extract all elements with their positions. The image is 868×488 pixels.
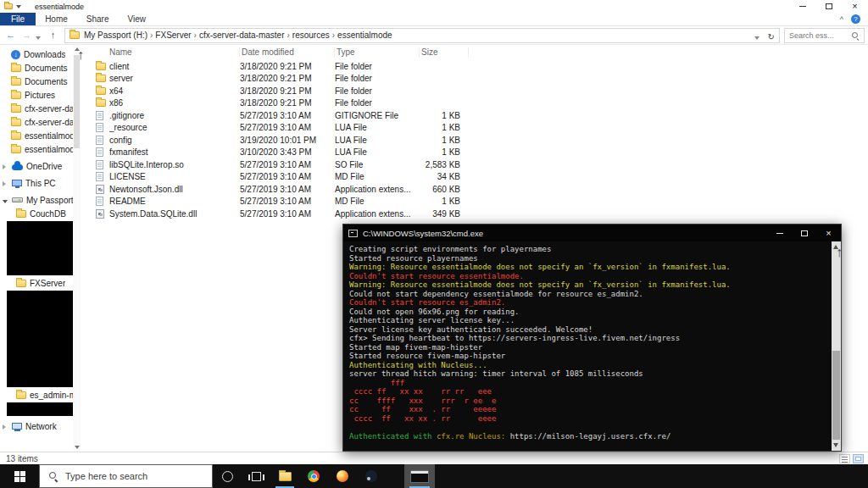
sidebar-item-es-admin-mas[interactable]: es_admin-mas...: [0, 388, 81, 402]
sidebar-item-this-pc[interactable]: This PC: [0, 176, 81, 190]
breadcrumb-item[interactable]: FXServer: [153, 30, 193, 40]
console-text: Couldn't start resource es_admin2.: [349, 298, 505, 307]
cmd-title: C:\WINDOWS\system32\cmd.exe: [363, 229, 483, 238]
file-row[interactable]: _resource5/27/2019 3:10 AMLUA File1 KB: [96, 122, 868, 135]
column-header-name[interactable]: Name: [96, 47, 240, 58]
file-row[interactable]: LICENSE5/27/2019 3:10 AMMD File34 KB: [96, 171, 868, 184]
file-row[interactable]: x863/18/2020 9:21 PMFile folder: [96, 97, 868, 110]
refresh-icon[interactable]: [768, 28, 775, 43]
file-row[interactable]: Newtonsoft.Json.dll5/27/2019 3:10 AMAppl…: [96, 183, 868, 196]
cmd-taskbar-button[interactable]: [404, 464, 435, 488]
folder-icon: [96, 87, 106, 95]
file-size: 349 KB: [420, 209, 469, 219]
sidebar-item-onedrive[interactable]: OneDrive: [0, 159, 81, 173]
file-name: _resource: [109, 123, 240, 132]
sidebar-item-pictures[interactable]: Pictures: [0, 88, 81, 102]
breadcrumb-item[interactable]: My Passport (H:): [81, 30, 150, 40]
cmd-maximize-button[interactable]: [792, 225, 816, 241]
column-header-date[interactable]: Date modified: [240, 47, 335, 58]
sidebar-item-network[interactable]: Network: [0, 419, 81, 433]
redacted-block: [7, 291, 74, 387]
file-icon: [96, 136, 103, 145]
ribbon-tab-file[interactable]: File: [0, 13, 36, 25]
sidebar-item-documents[interactable]: Documents: [0, 61, 81, 75]
breadcrumb-item[interactable]: essentialmode: [335, 30, 394, 40]
thumbnail-view-icon[interactable]: [853, 454, 864, 463]
sidebar-item-cfx-server-dat[interactable]: cfx-server-dat...: [0, 102, 81, 115]
firefox-taskbar-button[interactable]: [328, 464, 357, 488]
cmd-close-button[interactable]: [816, 225, 841, 241]
drive-icon: [12, 197, 23, 202]
search-icon[interactable]: [851, 31, 860, 40]
file-row[interactable]: .gitignore5/27/2019 3:10 AMGITIGNORE Fil…: [96, 109, 868, 122]
file-name: LICENSE: [109, 172, 240, 181]
file-type: LUA File: [335, 136, 420, 145]
details-view-icon[interactable]: [839, 454, 850, 463]
breadcrumb-item[interactable]: cfx-server-data-master: [197, 30, 287, 40]
explorer-titlebar: essentialmode: [0, 0, 868, 13]
address-bar[interactable]: My Passport (H:)›FXServer›cfx-server-dat…: [64, 28, 780, 43]
search-input[interactable]: Search ess...: [784, 28, 865, 43]
folder-icon: [11, 64, 21, 72]
sidebar-item-downloads[interactable]: Downloads: [0, 47, 81, 61]
column-header-size[interactable]: Size: [420, 47, 469, 58]
file-row[interactable]: System.Data.SQLite.dll5/27/2019 3:10 AMA…: [96, 208, 868, 220]
ribbon-tab-view[interactable]: View: [119, 13, 156, 25]
file-row[interactable]: x643/18/2020 9:21 PMFile folder: [96, 85, 868, 97]
back-button[interactable]: [3, 30, 18, 40]
sidebar-item-my-passport-h[interactable]: My Passport (H:): [0, 193, 81, 207]
scroll-down-icon[interactable]: [833, 443, 838, 447]
close-button[interactable]: [842, 0, 868, 13]
sidebar-item-essentialmode[interactable]: essentialmode: [0, 129, 81, 142]
chrome-taskbar-button[interactable]: [299, 464, 328, 488]
location-folder-icon: [70, 31, 80, 39]
cmd-minimize-button[interactable]: [767, 225, 792, 241]
breadcrumb-item[interactable]: resources: [290, 30, 332, 40]
scroll-thumb[interactable]: [832, 351, 840, 440]
chevron-right-icon[interactable]: [3, 162, 8, 171]
sidebar-scrollbar[interactable]: [73, 45, 81, 452]
file-row[interactable]: server3/18/2020 9:21 PMFile folder: [96, 73, 868, 86]
file-size: 1 KB: [420, 147, 469, 157]
address-dropdown-icon[interactable]: [754, 28, 763, 43]
collapse-ribbon-icon[interactable]: [840, 14, 843, 24]
taskbar-search-input[interactable]: Type here to search: [39, 464, 213, 488]
chevron-right-icon[interactable]: [3, 422, 8, 431]
scroll-up-icon[interactable]: [75, 47, 80, 51]
console-scrollbar[interactable]: [832, 241, 841, 451]
sidebar-item-fxserver[interactable]: FXServer: [0, 276, 81, 290]
file-explorer-taskbar-button[interactable]: [270, 464, 299, 488]
up-button[interactable]: [46, 30, 60, 40]
sidebar-item-cfx-server-dat[interactable]: cfx-server-dat...: [0, 115, 81, 129]
cortana-taskbar-button[interactable]: [213, 464, 242, 488]
maximize-button[interactable]: [815, 0, 842, 13]
minimize-button[interactable]: [789, 0, 815, 13]
file-row[interactable]: client3/18/2020 9:21 PMFile folder: [96, 60, 868, 73]
sidebar-item-documents[interactable]: Documents: [0, 75, 81, 88]
column-header-type[interactable]: Type: [335, 47, 420, 58]
file-row[interactable]: libSQLite.Interop.so5/27/2019 3:10 AMSO …: [96, 158, 868, 171]
scroll-up-icon[interactable]: [833, 245, 838, 249]
start-button[interactable]: [0, 464, 39, 488]
sidebar-item-essentialmode[interactable]: essentialmode: [0, 142, 81, 156]
task-view-taskbar-button[interactable]: [242, 464, 270, 488]
cmd-titlebar[interactable]: C:\WINDOWS\system32\cmd.exe: [343, 225, 841, 241]
file-name: .gitignore: [109, 111, 240, 120]
file-row[interactable]: fxmanifest3/10/2020 3:43 PMLUA File1 KB: [96, 147, 868, 159]
scroll-thumb[interactable]: [74, 55, 80, 148]
chevron-right-icon[interactable]: [3, 179, 8, 188]
chevron-down-icon[interactable]: [3, 196, 8, 205]
file-row[interactable]: README5/27/2019 3:10 AMMD File1 KB: [96, 196, 868, 208]
ribbon-tab-share[interactable]: Share: [77, 13, 119, 25]
sidebar-item-couchdb[interactable]: CouchDB: [0, 207, 81, 220]
console-line: Started resource fivem-map-hipster: [349, 352, 832, 361]
steam-taskbar-button[interactable]: [357, 464, 386, 488]
console-text: Started resource fivem-map-hipster: [349, 352, 505, 360]
forward-button[interactable]: [19, 30, 34, 40]
qat-customize-icon[interactable]: [16, 5, 21, 8]
file-row[interactable]: config3/19/2020 10:01 PMLUA File1 KB: [96, 134, 868, 147]
ribbon-tab-home[interactable]: Home: [36, 13, 77, 25]
recent-locations-icon[interactable]: [36, 28, 44, 43]
scroll-down-icon[interactable]: [75, 446, 80, 449]
help-icon[interactable]: [851, 14, 860, 24]
